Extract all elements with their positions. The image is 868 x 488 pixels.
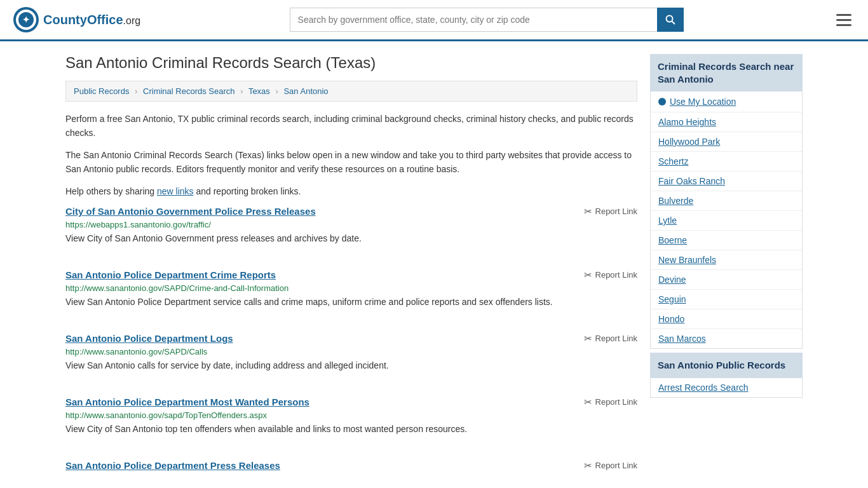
result-desc-3: View City of San Antonio top ten offende… — [65, 423, 637, 436]
sidebar-item-nearby-10: Hondo — [651, 309, 802, 329]
result-desc-2: View San Antonio calls for service by da… — [65, 359, 637, 372]
sidebar: Criminal Records Search near San Antonio… — [650, 54, 803, 488]
result-item: San Antonio Police Department Logs ✂ Rep… — [65, 333, 637, 383]
description-2: The San Antonio Criminal Records Search … — [65, 148, 637, 177]
sidebar-heading-nearby: Criminal Records Search near San Antonio — [650, 54, 803, 92]
main-container: San Antonio Criminal Records Search (Tex… — [53, 41, 815, 488]
sidebar-link-devine[interactable]: Devine — [658, 274, 686, 285]
report-link-1[interactable]: ✂ Report Link — [584, 269, 637, 281]
result-url-3[interactable]: http://www.sanantonio.gov/sapd/TopTenOff… — [65, 410, 637, 420]
svg-text:✦: ✦ — [22, 15, 30, 25]
sidebar-link-hondo[interactable]: Hondo — [658, 314, 684, 324]
report-label-4: Report Link — [595, 461, 637, 470]
logo-text: CountyOffice.org — [43, 13, 140, 27]
result-title-0[interactable]: City of San Antonio Government Police Pr… — [65, 206, 316, 217]
result-header: San Antonio Police Department Logs ✂ Rep… — [65, 333, 637, 344]
breadcrumb-criminal-records[interactable]: Criminal Records Search — [143, 86, 235, 96]
result-item: San Antonio Police Department Crime Repo… — [65, 269, 637, 319]
sidebar-item-nearby-7: New Braunfels — [651, 250, 802, 270]
breadcrumb-sep: › — [135, 86, 137, 96]
sidebar-item-nearby-2: Schertz — [651, 152, 802, 172]
main-content: San Antonio Criminal Records Search (Tex… — [65, 54, 637, 488]
svg-point-4 — [666, 16, 672, 22]
logo-area[interactable]: ✦ CountyOffice.org — [13, 6, 140, 33]
sidebar-use-location[interactable]: Use My Location — [651, 92, 802, 112]
sidebar-item-nearby-0: Alamo Heights — [651, 112, 802, 132]
sidebar-list-nearby: Use My Location Alamo HeightsHollywood P… — [650, 92, 803, 349]
scissors-icon-1: ✂ — [584, 269, 592, 281]
sidebar-link-new-braunfels[interactable]: New Braunfels — [658, 255, 716, 265]
result-url-0[interactable]: https://webapps1.sanantonio.gov/traffic/ — [65, 220, 637, 229]
breadcrumb: Public Records › Criminal Records Search… — [65, 81, 637, 102]
result-title-4[interactable]: San Antonio Police Department Press Rele… — [65, 460, 280, 471]
sidebar-section-nearby: Criminal Records Search near San Antonio… — [650, 54, 803, 349]
sidebar-item-nearby-9: Seguin — [651, 290, 802, 309]
result-header: City of San Antonio Government Police Pr… — [65, 206, 637, 217]
result-desc-1: View San Antonio Police Department servi… — [65, 295, 637, 309]
result-header: San Antonio Police Department Press Rele… — [65, 460, 637, 471]
sidebar-link-lytle[interactable]: Lytle — [658, 215, 677, 226]
breadcrumb-public-records[interactable]: Public Records — [74, 86, 129, 96]
sidebar-item-nearby-4: Bulverde — [651, 191, 802, 211]
search-icon — [665, 15, 675, 25]
report-label-2: Report Link — [595, 334, 637, 343]
sidebar-item-nearby-3: Fair Oaks Ranch — [651, 172, 802, 191]
sidebar-link-boerne[interactable]: Boerne — [658, 235, 687, 245]
sidebar-link-fair-oaks-ranch[interactable]: Fair Oaks Ranch — [658, 176, 725, 186]
menu-line — [836, 19, 851, 21]
sidebar-item-nearby-1: Hollywood Park — [651, 132, 802, 152]
result-title-3[interactable]: San Antonio Police Department Most Wante… — [65, 396, 309, 407]
sidebar-link-schertz[interactable]: Schertz — [658, 156, 688, 166]
report-link-3[interactable]: ✂ Report Link — [584, 396, 637, 408]
result-url-1[interactable]: http://www.sanantonio.gov/SAPD/Crime-and… — [65, 283, 637, 293]
page-title: San Antonio Criminal Records Search (Tex… — [65, 54, 637, 72]
sidebar-link-seguin[interactable]: Seguin — [658, 294, 686, 304]
scissors-icon-0: ✂ — [584, 206, 592, 217]
description-3: Help others by sharing new links and rep… — [65, 184, 637, 198]
search-area — [290, 8, 684, 32]
sidebar-link-pr-0[interactable]: Arrest Records Search — [658, 383, 749, 393]
results-container: City of San Antonio Government Police Pr… — [65, 206, 637, 484]
result-desc-0: View City of San Antonio Government pres… — [65, 232, 637, 245]
report-label-3: Report Link — [595, 397, 637, 407]
report-link-0[interactable]: ✂ Report Link — [584, 206, 637, 217]
sidebar-link-bulverde[interactable]: Bulverde — [658, 196, 693, 206]
sidebar-item-pr-0: Arrest Records Search — [651, 378, 802, 397]
breadcrumb-sep: › — [275, 86, 278, 96]
scissors-icon-3: ✂ — [584, 396, 592, 408]
breadcrumb-texas[interactable]: Texas — [248, 86, 270, 96]
sidebar-link-san-marcos[interactable]: San Marcos — [658, 334, 706, 344]
result-url-2[interactable]: http://www.sanantonio.gov/SAPD/Calls — [65, 347, 637, 356]
new-links-link[interactable]: new links — [157, 186, 194, 196]
scissors-icon-2: ✂ — [584, 333, 592, 344]
logo-icon: ✦ — [13, 6, 39, 33]
report-link-2[interactable]: ✂ Report Link — [584, 333, 637, 344]
sidebar-item-nearby-6: Boerne — [651, 231, 802, 250]
description-1: Perform a free San Antonio, TX public cr… — [65, 112, 637, 140]
sidebar-link-alamo-heights[interactable]: Alamo Heights — [658, 117, 716, 127]
sidebar-public-records-items: Arrest Records Search — [651, 378, 802, 397]
report-link-4[interactable]: ✂ Report Link — [584, 460, 637, 471]
site-header: ✦ CountyOffice.org — [0, 0, 868, 41]
menu-button[interactable] — [832, 10, 855, 30]
sidebar-list-public-records: Arrest Records Search — [650, 378, 803, 398]
search-input[interactable] — [290, 8, 657, 32]
sidebar-item-nearby-5: Lytle — [651, 211, 802, 231]
sidebar-item-nearby-8: Devine — [651, 270, 802, 290]
search-button[interactable] — [657, 8, 684, 32]
sidebar-section-public-records: San Antonio Public Records Arrest Record… — [650, 353, 803, 398]
sidebar-link-hollywood-park[interactable]: Hollywood Park — [658, 137, 720, 147]
result-title-1[interactable]: San Antonio Police Department Crime Repo… — [65, 269, 276, 280]
result-item: City of San Antonio Government Police Pr… — [65, 206, 637, 255]
location-dot-icon — [658, 98, 666, 105]
sidebar-heading-public-records: San Antonio Public Records — [650, 353, 803, 378]
result-title-2[interactable]: San Antonio Police Department Logs — [65, 333, 233, 344]
scissors-icon-4: ✂ — [584, 460, 592, 471]
breadcrumb-san-antonio[interactable]: San Antonio — [283, 86, 328, 96]
result-item: San Antonio Police Department Most Wante… — [65, 396, 637, 446]
report-label-1: Report Link — [595, 270, 637, 280]
breadcrumb-sep: › — [240, 86, 243, 96]
menu-line — [836, 14, 851, 16]
sidebar-nearby-items: Alamo HeightsHollywood ParkSchertzFair O… — [651, 112, 802, 348]
result-header: San Antonio Police Department Crime Repo… — [65, 269, 637, 281]
